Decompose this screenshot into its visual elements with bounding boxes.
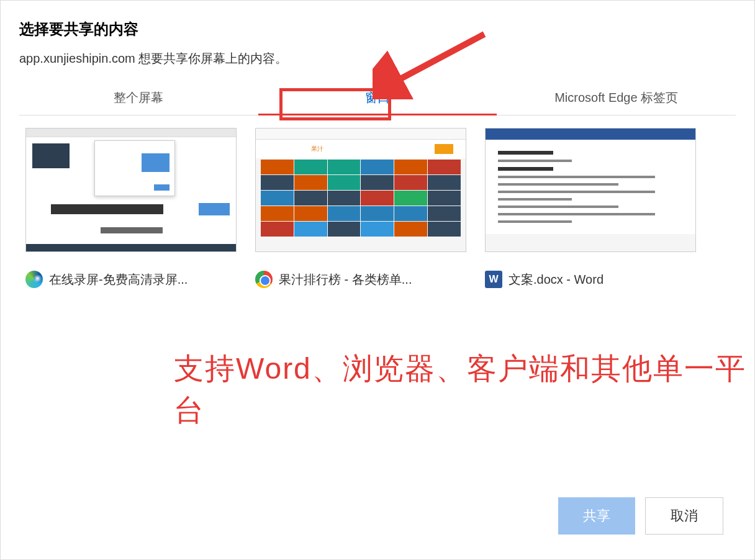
window-item-0[interactable]: 在线录屏-免费高清录屏...	[25, 128, 237, 479]
window-label-0: 在线录屏-免费高清录屏...	[25, 271, 237, 288]
tab-edge-tabs[interactable]: Microsoft Edge 标签页	[497, 81, 736, 115]
cancel-button[interactable]: 取消	[645, 497, 723, 535]
share-button[interactable]: 共享	[558, 497, 635, 535]
window-label-2: W 文案.docx - Word	[485, 271, 696, 288]
window-item-2[interactable]: W 文案.docx - Word	[485, 128, 696, 479]
dialog-footer: 共享 取消	[19, 491, 736, 547]
word-icon: W	[485, 271, 502, 288]
window-thumbnail-0	[25, 128, 237, 252]
tabs-container: 整个屏幕 窗口 Microsoft Edge 标签页	[19, 81, 736, 115]
window-item-1[interactable]: 果汁 果汁排行榜 - 各类榜单...	[255, 128, 466, 479]
share-dialog: 选择要共享的内容 app.xunjieshipin.com 想要共享你屏幕上的内…	[0, 0, 755, 560]
edge-icon	[25, 271, 43, 288]
dialog-subtitle: app.xunjieshipin.com 想要共享你屏幕上的内容。	[19, 50, 736, 67]
window-thumbnail-1: 果汁	[255, 128, 466, 252]
tab-window[interactable]: 窗口	[258, 81, 497, 115]
window-label-text-2: 文案.docx - Word	[509, 271, 604, 288]
window-label-text-0: 在线录屏-免费高清录屏...	[49, 271, 188, 288]
window-label-text-1: 果汁排行榜 - 各类榜单...	[279, 271, 412, 288]
tab-entire-screen[interactable]: 整个屏幕	[19, 81, 258, 115]
dialog-title: 选择要共享的内容	[19, 19, 736, 39]
window-label-1: 果汁排行榜 - 各类榜单...	[255, 271, 466, 288]
window-list: 在线录屏-免费高清录屏... 果汁	[19, 115, 736, 491]
window-thumbnail-2	[485, 128, 696, 252]
chrome-icon	[255, 271, 273, 288]
